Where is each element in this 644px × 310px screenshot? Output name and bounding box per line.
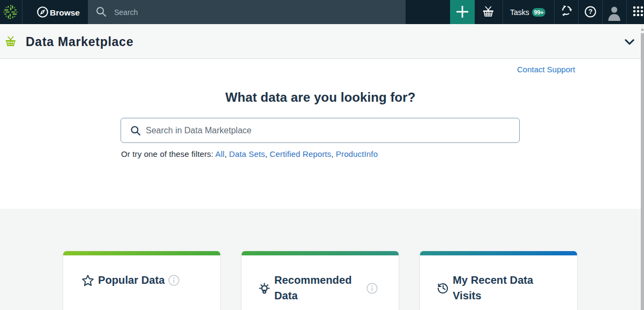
svg-text:?: ?	[588, 8, 593, 16]
